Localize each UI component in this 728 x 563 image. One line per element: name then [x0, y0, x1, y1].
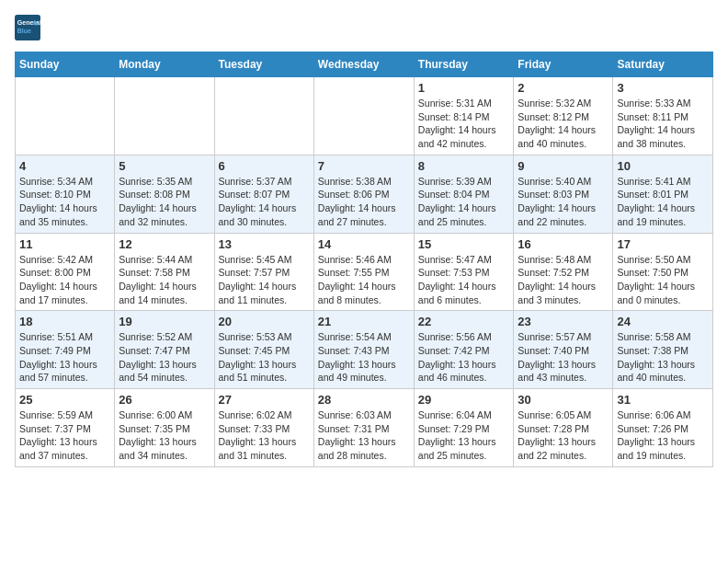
- calendar-cell: 2Sunrise: 5:32 AM Sunset: 8:12 PM Daylig…: [514, 77, 613, 155]
- calendar-week-1: 1Sunrise: 5:31 AM Sunset: 8:14 PM Daylig…: [16, 77, 713, 155]
- day-info: Sunrise: 5:51 AM Sunset: 7:49 PM Dayligh…: [19, 330, 110, 385]
- calendar-cell: 18Sunrise: 5:51 AM Sunset: 7:49 PM Dayli…: [16, 311, 115, 389]
- day-info: Sunrise: 5:42 AM Sunset: 8:00 PM Dayligh…: [19, 253, 110, 307]
- day-number: 12: [119, 237, 210, 251]
- calendar-cell: 7Sunrise: 5:38 AM Sunset: 8:06 PM Daylig…: [313, 155, 414, 233]
- day-info: Sunrise: 5:31 AM Sunset: 8:14 PM Dayligh…: [418, 97, 510, 151]
- day-info: Sunrise: 5:37 AM Sunset: 8:07 PM Dayligh…: [219, 175, 310, 229]
- day-number: 26: [119, 393, 210, 407]
- svg-text:Blue: Blue: [17, 28, 31, 34]
- calendar-cell: 31Sunrise: 6:06 AM Sunset: 7:26 PM Dayli…: [613, 389, 713, 467]
- calendar-cell: 29Sunrise: 6:04 AM Sunset: 7:29 PM Dayli…: [414, 389, 514, 467]
- day-number: 19: [119, 315, 210, 328]
- day-info: Sunrise: 5:54 AM Sunset: 7:43 PM Dayligh…: [318, 330, 410, 385]
- day-number: 3: [617, 81, 709, 95]
- day-number: 18: [19, 315, 110, 328]
- calendar-week-5: 25Sunrise: 5:59 AM Sunset: 7:37 PM Dayli…: [16, 389, 713, 467]
- day-info: Sunrise: 5:56 AM Sunset: 7:42 PM Dayligh…: [418, 330, 510, 385]
- day-number: 20: [219, 315, 310, 328]
- calendar-body: 1Sunrise: 5:31 AM Sunset: 8:14 PM Daylig…: [16, 77, 713, 467]
- calendar-cell: 13Sunrise: 5:45 AM Sunset: 7:57 PM Dayli…: [214, 233, 313, 311]
- day-number: 29: [418, 393, 510, 407]
- calendar-cell: 11Sunrise: 5:42 AM Sunset: 8:00 PM Dayli…: [16, 233, 115, 311]
- calendar-cell: 19Sunrise: 5:52 AM Sunset: 7:47 PM Dayli…: [115, 311, 214, 389]
- day-info: Sunrise: 5:58 AM Sunset: 7:38 PM Dayligh…: [617, 330, 709, 385]
- logo: General Blue: [15, 15, 44, 40]
- calendar-cell: 8Sunrise: 5:39 AM Sunset: 8:04 PM Daylig…: [414, 155, 514, 233]
- day-number: 25: [19, 393, 110, 407]
- day-number: 15: [418, 237, 510, 251]
- calendar-cell: [16, 77, 115, 155]
- calendar-cell: 16Sunrise: 5:48 AM Sunset: 7:52 PM Dayli…: [514, 233, 613, 311]
- day-number: 1: [418, 81, 510, 95]
- day-number: 21: [318, 315, 410, 328]
- weekday-header-thursday: Thursday: [414, 52, 514, 77]
- day-info: Sunrise: 5:50 AM Sunset: 7:50 PM Dayligh…: [617, 253, 709, 307]
- weekday-header-sunday: Sunday: [16, 52, 115, 77]
- day-info: Sunrise: 5:57 AM Sunset: 7:40 PM Dayligh…: [518, 330, 609, 385]
- weekday-header-friday: Friday: [514, 52, 613, 77]
- day-number: 24: [617, 315, 709, 328]
- day-number: 17: [617, 237, 709, 251]
- day-info: Sunrise: 6:06 AM Sunset: 7:26 PM Dayligh…: [617, 408, 709, 463]
- calendar-cell: 21Sunrise: 5:54 AM Sunset: 7:43 PM Dayli…: [313, 311, 414, 389]
- calendar-cell: 30Sunrise: 6:05 AM Sunset: 7:28 PM Dayli…: [514, 389, 613, 467]
- day-number: 6: [219, 159, 310, 173]
- day-info: Sunrise: 5:39 AM Sunset: 8:04 PM Dayligh…: [418, 175, 510, 229]
- calendar-cell: 20Sunrise: 5:53 AM Sunset: 7:45 PM Dayli…: [214, 311, 313, 389]
- day-number: 5: [119, 159, 210, 173]
- day-info: Sunrise: 5:41 AM Sunset: 8:01 PM Dayligh…: [617, 175, 709, 229]
- logo-icon: General Blue: [15, 15, 40, 40]
- day-number: 14: [318, 237, 410, 251]
- calendar-cell: 25Sunrise: 5:59 AM Sunset: 7:37 PM Dayli…: [16, 389, 115, 467]
- calendar-cell: 23Sunrise: 5:57 AM Sunset: 7:40 PM Dayli…: [514, 311, 613, 389]
- day-number: 28: [318, 393, 410, 407]
- day-number: 27: [219, 393, 310, 407]
- day-info: Sunrise: 6:03 AM Sunset: 7:31 PM Dayligh…: [318, 408, 410, 463]
- calendar-cell: 3Sunrise: 5:33 AM Sunset: 8:11 PM Daylig…: [613, 77, 713, 155]
- day-number: 9: [518, 159, 609, 173]
- calendar-cell: 26Sunrise: 6:00 AM Sunset: 7:35 PM Dayli…: [115, 389, 214, 467]
- day-info: Sunrise: 5:33 AM Sunset: 8:11 PM Dayligh…: [617, 97, 709, 151]
- calendar-header-row: SundayMondayTuesdayWednesdayThursdayFrid…: [16, 52, 713, 77]
- day-info: Sunrise: 5:34 AM Sunset: 8:10 PM Dayligh…: [19, 175, 110, 229]
- day-info: Sunrise: 5:40 AM Sunset: 8:03 PM Dayligh…: [518, 175, 609, 229]
- calendar-cell: 28Sunrise: 6:03 AM Sunset: 7:31 PM Dayli…: [313, 389, 414, 467]
- calendar-cell: [214, 77, 313, 155]
- calendar-cell: 27Sunrise: 6:02 AM Sunset: 7:33 PM Dayli…: [214, 389, 313, 467]
- weekday-header-tuesday: Tuesday: [214, 52, 313, 77]
- day-info: Sunrise: 5:46 AM Sunset: 7:55 PM Dayligh…: [318, 253, 410, 307]
- calendar-cell: 10Sunrise: 5:41 AM Sunset: 8:01 PM Dayli…: [613, 155, 713, 233]
- calendar-cell: 12Sunrise: 5:44 AM Sunset: 7:58 PM Dayli…: [115, 233, 214, 311]
- weekday-header-monday: Monday: [115, 52, 214, 77]
- day-info: Sunrise: 6:05 AM Sunset: 7:28 PM Dayligh…: [518, 408, 609, 463]
- calendar-week-4: 18Sunrise: 5:51 AM Sunset: 7:49 PM Dayli…: [16, 311, 713, 389]
- calendar-week-3: 11Sunrise: 5:42 AM Sunset: 8:00 PM Dayli…: [16, 233, 713, 311]
- day-number: 23: [518, 315, 609, 328]
- calendar-cell: 17Sunrise: 5:50 AM Sunset: 7:50 PM Dayli…: [613, 233, 713, 311]
- day-info: Sunrise: 6:02 AM Sunset: 7:33 PM Dayligh…: [219, 408, 310, 463]
- calendar-cell: [313, 77, 414, 155]
- day-number: 11: [19, 237, 110, 251]
- weekday-header-wednesday: Wednesday: [313, 52, 414, 77]
- day-number: 30: [518, 393, 609, 407]
- day-info: Sunrise: 5:52 AM Sunset: 7:47 PM Dayligh…: [119, 330, 210, 385]
- weekday-header-saturday: Saturday: [613, 52, 713, 77]
- calendar-cell: [115, 77, 214, 155]
- calendar-cell: 6Sunrise: 5:37 AM Sunset: 8:07 PM Daylig…: [214, 155, 313, 233]
- day-info: Sunrise: 5:45 AM Sunset: 7:57 PM Dayligh…: [219, 253, 310, 307]
- calendar-cell: 24Sunrise: 5:58 AM Sunset: 7:38 PM Dayli…: [613, 311, 713, 389]
- day-number: 16: [518, 237, 609, 251]
- day-info: Sunrise: 5:59 AM Sunset: 7:37 PM Dayligh…: [19, 408, 110, 463]
- day-info: Sunrise: 5:35 AM Sunset: 8:08 PM Dayligh…: [119, 175, 210, 229]
- day-number: 13: [219, 237, 310, 251]
- day-info: Sunrise: 5:44 AM Sunset: 7:58 PM Dayligh…: [119, 253, 210, 307]
- day-number: 8: [418, 159, 510, 173]
- day-info: Sunrise: 5:48 AM Sunset: 7:52 PM Dayligh…: [518, 253, 609, 307]
- day-info: Sunrise: 5:32 AM Sunset: 8:12 PM Dayligh…: [518, 97, 609, 151]
- calendar-cell: 15Sunrise: 5:47 AM Sunset: 7:53 PM Dayli…: [414, 233, 514, 311]
- day-info: Sunrise: 5:47 AM Sunset: 7:53 PM Dayligh…: [418, 253, 510, 307]
- calendar-cell: 4Sunrise: 5:34 AM Sunset: 8:10 PM Daylig…: [16, 155, 115, 233]
- day-info: Sunrise: 6:00 AM Sunset: 7:35 PM Dayligh…: [119, 408, 210, 463]
- day-number: 31: [617, 393, 709, 407]
